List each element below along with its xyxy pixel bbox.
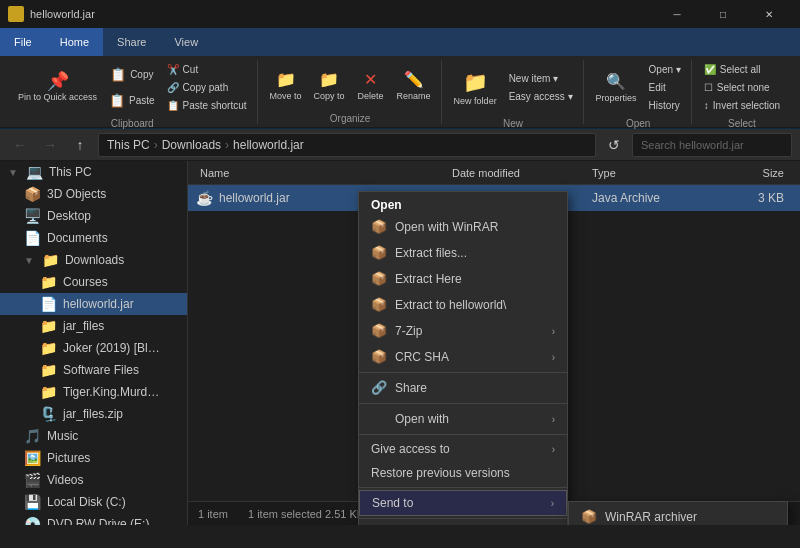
clipboard-buttons: 📌 Pin to Quick access 📋 Copy 📋 Paste ✂️ …: [14, 60, 251, 116]
jar-file-icon: ☕: [196, 190, 213, 206]
organize-buttons: 📁 Move to 📁 Copy to ✕ Delete ✏️ Rename: [266, 60, 435, 111]
easy-access-button[interactable]: Easy access ▾: [505, 89, 577, 105]
ctx-send-to[interactable]: Send to ›: [359, 490, 567, 516]
ctx-7zip[interactable]: 📦 7-Zip ›: [359, 318, 567, 344]
up-button[interactable]: ↑: [68, 133, 92, 157]
ctx-share[interactable]: 🔗 Share: [359, 375, 567, 401]
expand-icon-downloads: ▼: [24, 255, 34, 266]
sidebar-item-videos[interactable]: 🎬 Videos: [0, 469, 187, 491]
sidebar-item-desktop[interactable]: 🖥️ Desktop: [0, 205, 187, 227]
path-this-pc[interactable]: This PC: [107, 138, 150, 152]
ctx-crc-sha[interactable]: 📦 CRC SHA ›: [359, 344, 567, 370]
path-downloads[interactable]: Downloads: [162, 138, 221, 152]
dvd-label: DVD RW Drive (E:): [47, 517, 149, 525]
ctx-give-access[interactable]: Give access to ›: [359, 437, 567, 461]
content-area: Name Date modified Type Size ☕ helloworl…: [188, 161, 800, 525]
move-to-button[interactable]: 📁 Move to: [266, 61, 306, 109]
path-sep-1: ›: [154, 138, 158, 152]
rename-button[interactable]: ✏️ Rename: [393, 61, 435, 109]
new-folder-button[interactable]: 📁 New folder: [450, 64, 501, 112]
pin-icon: 📌: [47, 72, 69, 90]
tab-home[interactable]: Home: [46, 28, 103, 56]
downloads-icon: 📁: [42, 252, 59, 268]
tab-file[interactable]: File: [0, 28, 46, 56]
copy-button[interactable]: 📋 Copy: [105, 63, 159, 87]
address-path[interactable]: This PC › Downloads › helloworld.jar: [98, 133, 596, 157]
sidebar-item-courses[interactable]: 📁 Courses: [0, 271, 187, 293]
ctx-extract-here[interactable]: 📦 Extract Here: [359, 266, 567, 292]
sidebar-item-jar-zip[interactable]: 🗜️ jar_files.zip: [0, 403, 187, 425]
open-button[interactable]: Open ▾: [645, 62, 685, 78]
helloworld-icon: 📄: [40, 296, 57, 312]
cut-button[interactable]: ✂️ Cut: [163, 62, 251, 78]
sidebar-item-3d-objects[interactable]: 📦 3D Objects: [0, 183, 187, 205]
path-sep-2: ›: [225, 138, 229, 152]
properties-button[interactable]: 🔍 Properties: [592, 64, 641, 112]
close-button[interactable]: ✕: [746, 0, 792, 28]
tab-share[interactable]: Share: [103, 28, 160, 56]
sidebar-item-helloworld[interactable]: 📄 helloworld.jar: [0, 293, 187, 315]
col-name-header[interactable]: Name: [196, 167, 452, 179]
sidebar-item-local-disk[interactable]: 💾 Local Disk (C:): [0, 491, 187, 513]
ctx-sep-1: [359, 372, 567, 373]
documents-label: Documents: [47, 231, 108, 245]
new-label: New: [503, 116, 523, 129]
joker-icon: 📁: [40, 340, 57, 356]
open-with-icon: [371, 411, 387, 427]
ctx-restore-versions[interactable]: Restore previous versions: [359, 461, 567, 485]
minimize-button[interactable]: ─: [654, 0, 700, 28]
sidebar-item-pictures[interactable]: 🖼️ Pictures: [0, 447, 187, 469]
sidebar-item-documents[interactable]: 📄 Documents: [0, 227, 187, 249]
new-group: 📁 New folder New item ▾ Easy access ▾ Ne…: [444, 60, 584, 124]
sidebar-item-dvd-drive[interactable]: 💿 DVD RW Drive (E:): [0, 513, 187, 525]
paste-shortcut-button[interactable]: 📋 Paste shortcut: [163, 98, 251, 114]
open-label: Open: [626, 116, 650, 129]
invert-selection-button[interactable]: ↕️ Invert selection: [700, 98, 784, 114]
forward-button[interactable]: →: [38, 133, 62, 157]
title-bar: helloworld.jar ─ □ ✕: [0, 0, 800, 28]
ctx-open-with[interactable]: Open with ›: [359, 406, 567, 432]
paste-button[interactable]: 📋 Paste: [105, 89, 159, 113]
extract-icon: 📦: [371, 245, 387, 261]
sidebar-item-downloads[interactable]: ▼ 📁 Downloads: [0, 249, 187, 271]
history-button[interactable]: History: [645, 98, 685, 114]
submenu-winrar[interactable]: 📦 WinRAR archiver: [569, 504, 787, 525]
tab-view[interactable]: View: [160, 28, 212, 56]
maximize-button[interactable]: □: [700, 0, 746, 28]
software-icon: 📁: [40, 362, 57, 378]
main-layout: ▼ 💻 This PC 📦 3D Objects 🖥️ Desktop 📄 Do…: [0, 161, 800, 525]
pictures-icon: 🖼️: [24, 450, 41, 466]
sidebar-item-software-files[interactable]: 📁 Software Files: [0, 359, 187, 381]
tiger-icon: 📁: [40, 384, 57, 400]
ribbon-content: 📌 Pin to Quick access 📋 Copy 📋 Paste ✂️ …: [0, 56, 800, 128]
refresh-button[interactable]: ↺: [602, 133, 626, 157]
ctx-extract-to[interactable]: 📦 Extract to helloworld\: [359, 292, 567, 318]
item-count: 1 item: [198, 508, 228, 520]
ctx-open-winrar[interactable]: 📦 Open with WinRAR: [359, 214, 567, 240]
edit-button[interactable]: Edit: [645, 80, 685, 96]
path-file[interactable]: helloworld.jar: [233, 138, 304, 152]
new-item-button[interactable]: New item ▾: [505, 71, 577, 87]
sidebar-item-jar-files[interactable]: 📁 jar_files: [0, 315, 187, 337]
delete-button[interactable]: ✕ Delete: [353, 61, 389, 109]
sidebar-item-tiger[interactable]: 📁 Tiger.King.Murder.Mayhel...: [0, 381, 187, 403]
select-none-button[interactable]: ☐ Select none: [700, 80, 784, 96]
ctx-cut[interactable]: Cut: [359, 521, 567, 525]
pin-to-quick-access-button[interactable]: 📌 Pin to Quick access: [14, 64, 101, 112]
window-title: helloworld.jar: [30, 8, 648, 20]
sidebar-item-music[interactable]: 🎵 Music: [0, 425, 187, 447]
ctx-extract-files[interactable]: 📦 Extract files...: [359, 240, 567, 266]
col-type-header[interactable]: Type: [592, 167, 712, 179]
ctx-sep-3: [359, 434, 567, 435]
search-box[interactable]: Search helloworld.jar: [632, 133, 792, 157]
copy-to-button[interactable]: 📁 Copy to: [310, 61, 349, 109]
col-date-header[interactable]: Date modified: [452, 167, 592, 179]
select-all-button[interactable]: ✅ Select all: [700, 62, 784, 78]
col-size-header[interactable]: Size: [712, 167, 792, 179]
sidebar-item-this-pc[interactable]: ▼ 💻 This PC: [0, 161, 187, 183]
app-icon: [8, 6, 24, 22]
back-button[interactable]: ←: [8, 133, 32, 157]
copy-path-button[interactable]: 🔗 Copy path: [163, 80, 251, 96]
copy-to-icon: 📁: [319, 70, 339, 89]
sidebar-item-joker[interactable]: 📁 Joker (2019) [BluRay] [10...: [0, 337, 187, 359]
